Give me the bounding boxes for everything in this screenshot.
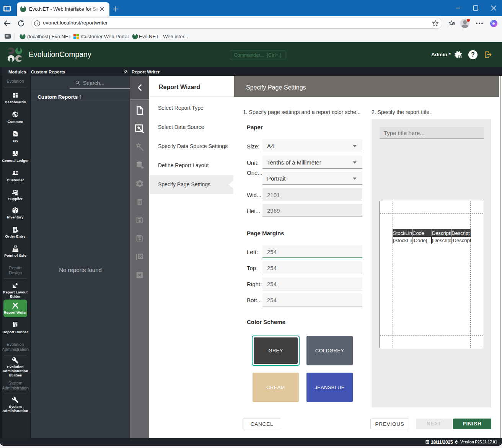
svg-text:%: % <box>14 132 16 136</box>
